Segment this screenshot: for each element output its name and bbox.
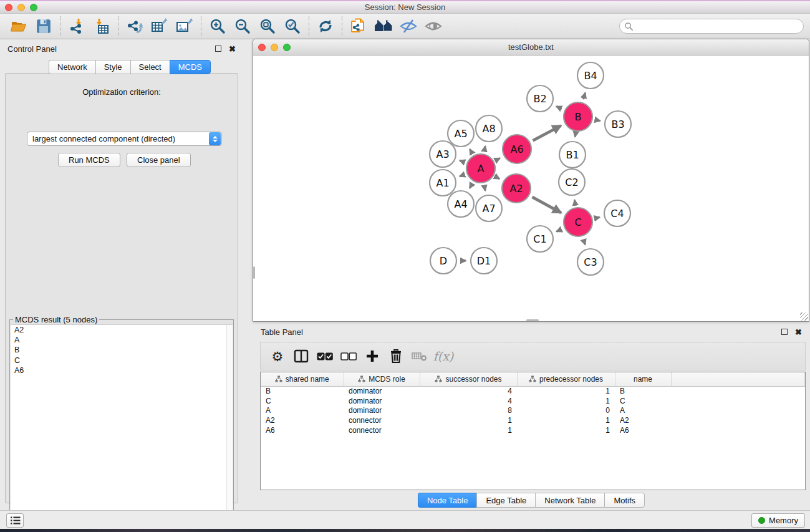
graph-edge-A-A1[interactable] [460, 175, 464, 177]
task-history-button[interactable] [6, 513, 24, 528]
export-network-icon[interactable] [122, 16, 147, 37]
tab-node-table[interactable]: Node Table [418, 493, 477, 508]
function-builder-icon[interactable]: f(x) [432, 344, 455, 368]
hide-selected-eye-slash-icon[interactable] [396, 16, 421, 37]
search-input[interactable] [636, 22, 803, 31]
mcds-result-item[interactable]: C [11, 355, 233, 365]
graph-edge-A-A3[interactable] [460, 160, 464, 162]
refresh-icon[interactable] [313, 16, 338, 37]
zoom-in-icon[interactable] [205, 16, 230, 37]
close-table-panel-icon[interactable]: ✖ [795, 327, 802, 337]
table-row[interactable]: Cdominator41C [261, 396, 805, 406]
mcds-result-item[interactable]: A2 [11, 325, 233, 335]
graph-edge-A-A5[interactable] [470, 149, 471, 153]
table-cell[interactable]: 1 [517, 425, 615, 435]
table-cell[interactable]: dominator [344, 406, 420, 416]
table-row[interactable]: Adominator80A [261, 406, 805, 416]
table-cell[interactable]: A [261, 406, 344, 416]
add-row-icon[interactable] [360, 344, 384, 368]
table-cell[interactable]: 4 [420, 386, 517, 396]
table-cell[interactable]: 8 [420, 406, 517, 416]
search-field[interactable] [619, 19, 804, 34]
column-header-MCDS-role[interactable]: MCDS role [344, 372, 420, 386]
node-table[interactable]: shared nameMCDS rolesuccessor nodesprede… [260, 372, 806, 490]
column-header-successor-nodes[interactable]: successor nodes [420, 372, 517, 386]
graph-edge-A-A7[interactable] [485, 186, 485, 190]
table-cell[interactable]: 1 [420, 415, 517, 425]
network-window-titlebar[interactable]: testGlobe.txt [253, 39, 809, 56]
table-cell[interactable]: 1 [517, 386, 615, 396]
table-cell[interactable]: B [615, 386, 671, 396]
float-panel-icon[interactable] [215, 46, 221, 52]
delete-table-icon[interactable] [408, 344, 432, 368]
tab-mcds[interactable]: MCDS [170, 60, 211, 74]
network-graph[interactable]: AA1A2A3A4A5A6A7A8BB1B2B3B4CC1C2C3C4DD1 [253, 56, 809, 321]
tab-motifs[interactable]: Motifs [604, 493, 645, 508]
graph-edge-B-B2[interactable] [556, 107, 562, 109]
export-image-icon[interactable] [172, 16, 197, 37]
import-network-icon[interactable] [64, 16, 89, 37]
select-all-checkbox-icon[interactable] [313, 344, 337, 368]
table-cell[interactable]: dominator [344, 386, 420, 396]
network-canvas[interactable]: AA1A2A3A4A5A6A7A8BB1B2B3B4CC1C2C3C4DD1 [253, 56, 809, 321]
table-cell[interactable]: connector [344, 425, 420, 435]
table-cell[interactable]: B [261, 386, 344, 396]
table-cell[interactable]: A2 [615, 415, 671, 425]
table-cell[interactable]: 1 [517, 415, 615, 425]
memory-button[interactable]: Memory [751, 513, 805, 528]
table-cell[interactable]: connector [344, 415, 420, 425]
float-table-panel-icon[interactable] [781, 329, 788, 335]
run-mcds-button[interactable]: Run MCDS [58, 153, 120, 167]
table-cell[interactable]: 0 [517, 406, 615, 416]
close-panel-icon[interactable]: ✖ [229, 44, 236, 54]
tab-edge-table[interactable]: Edge Table [476, 493, 535, 508]
tab-style[interactable]: Style [95, 60, 130, 74]
delete-row-trash-icon[interactable] [384, 344, 408, 368]
table-cell[interactable]: A6 [615, 425, 671, 435]
export-table-icon[interactable] [147, 16, 172, 37]
table-cell[interactable]: A [615, 406, 671, 416]
graph-edge-C-C1[interactable] [557, 230, 562, 232]
open-session-icon[interactable] [6, 16, 31, 37]
network-home-icon[interactable] [371, 16, 396, 37]
graph-edge-A-A8[interactable] [485, 146, 485, 150]
zoom-out-icon[interactable] [230, 16, 255, 37]
table-cell[interactable]: 1 [517, 396, 615, 406]
import-table-icon[interactable] [89, 16, 114, 37]
mcds-result-item[interactable]: B [11, 345, 233, 355]
zoom-fit-icon[interactable] [255, 16, 280, 37]
vertical-scrollbar-thumb[interactable] [253, 266, 255, 279]
table-cell[interactable]: dominator [344, 396, 420, 406]
graph-edge-A-A6[interactable] [497, 158, 500, 160]
graph-edge-A2-C[interactable] [533, 197, 561, 213]
zoom-selected-icon[interactable] [280, 16, 305, 37]
table-cell[interactable]: 4 [420, 396, 517, 406]
column-header-predecessor-nodes[interactable]: predecessor nodes [517, 372, 615, 386]
table-row[interactable]: Bdominator41B [261, 386, 805, 396]
graph-edge-A-A2[interactable] [496, 177, 499, 179]
graph-edge-B-B1[interactable] [575, 135, 576, 137]
mcds-result-list[interactable]: A2ABCA6 [11, 324, 233, 531]
graph-edge-C-C4[interactable] [595, 217, 599, 218]
table-cell[interactable]: 1 [420, 425, 517, 435]
mcds-result-item[interactable]: A [11, 335, 233, 345]
column-header-shared-name[interactable]: shared name [261, 372, 344, 386]
graph-edge-C-C2[interactable] [575, 200, 576, 205]
save-session-icon[interactable] [31, 16, 56, 37]
table-row[interactable]: A6connector11A6 [261, 425, 805, 435]
graph-edge-B-B4[interactable] [583, 93, 585, 99]
show-all-eye-icon[interactable] [421, 16, 446, 37]
mcds-result-item[interactable]: A6 [11, 365, 233, 375]
deselect-all-checkbox-icon[interactable] [337, 344, 360, 368]
graph-edge-C-C3[interactable] [584, 239, 586, 245]
column-header-name[interactable]: name [615, 372, 671, 386]
tab-network[interactable]: Network [49, 60, 95, 74]
resize-grip[interactable] [800, 312, 808, 321]
table-cell[interactable]: C [615, 396, 671, 406]
table-cell[interactable]: C [261, 396, 344, 406]
close-panel-button[interactable]: Close panel [127, 153, 191, 167]
graph-edge-A-A4[interactable] [470, 184, 472, 188]
table-row[interactable]: A2connector11A2 [261, 415, 805, 425]
tab-network-table[interactable]: Network Table [535, 493, 604, 508]
criterion-dropdown[interactable]: largest connected component (directed) [27, 132, 222, 146]
